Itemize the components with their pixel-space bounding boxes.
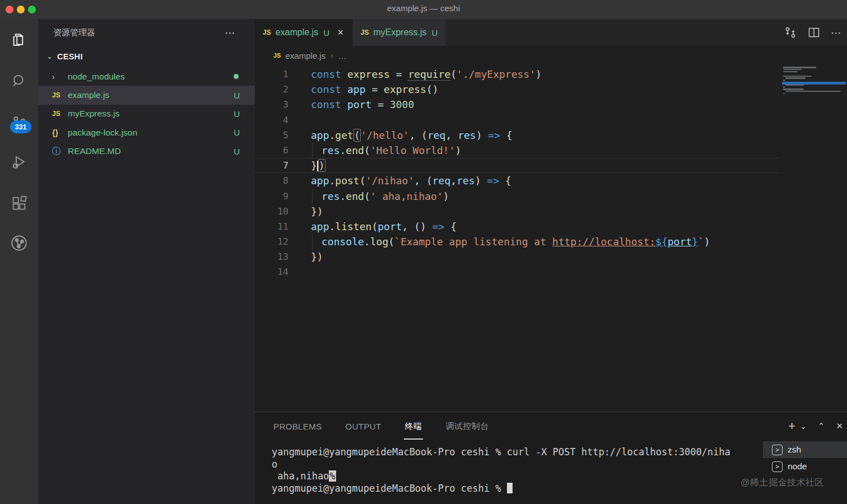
panel-tabs: PROBLEMSOUTPUT终端调试控制台 bbox=[273, 412, 488, 440]
code-lines: 1const express = require('./myExpress')2… bbox=[255, 67, 847, 280]
source-control-badge: 331 bbox=[10, 120, 31, 133]
modified-badge: U bbox=[432, 28, 438, 38]
panel-tab-调试控制台[interactable]: 调试控制台 bbox=[445, 421, 488, 432]
more-actions-icon[interactable]: ⋯ bbox=[831, 26, 843, 39]
sidebar-more-actions-icon[interactable]: ⋯ bbox=[225, 26, 236, 39]
js-icon: JS bbox=[263, 29, 271, 36]
minimap-line bbox=[785, 77, 806, 79]
terminal-cursor bbox=[507, 483, 513, 493]
git-status-badge: U bbox=[234, 91, 240, 100]
line-number[interactable]: 5 bbox=[255, 128, 288, 143]
line-number[interactable]: 9 bbox=[255, 189, 288, 204]
line-number[interactable]: 11 bbox=[255, 219, 288, 234]
code-line[interactable]: 12console.log(`Example app listening at … bbox=[255, 234, 779, 249]
line-number[interactable]: 4 bbox=[255, 113, 288, 128]
split-editor-icon[interactable] bbox=[807, 26, 821, 39]
close-panel-icon[interactable]: ✕ bbox=[836, 421, 843, 431]
terminal-line: yangmupei@yangmupeideMacBook-Pro ceshi %… bbox=[272, 446, 730, 459]
tab-myexpress-js[interactable]: JS myExpress.js U bbox=[353, 19, 446, 46]
minimap[interactable] bbox=[783, 67, 846, 100]
open-changes-icon[interactable] bbox=[784, 26, 797, 39]
code-line[interactable]: 6res.end('Hello World!') bbox=[255, 143, 779, 158]
line-number[interactable]: 14 bbox=[255, 264, 288, 279]
line-number[interactable]: 7 bbox=[255, 158, 288, 172]
line-number[interactable]: 8 bbox=[255, 173, 288, 188]
code-line[interactable]: 10}) bbox=[255, 204, 779, 219]
minimap-line bbox=[783, 69, 802, 71]
code-line[interactable]: 4 bbox=[255, 113, 779, 128]
file-item-myexpress-js[interactable]: JSmyExpress.jsU bbox=[38, 105, 255, 123]
line-number[interactable]: 1 bbox=[255, 67, 288, 82]
watermark: @稀土掘金技术社区 bbox=[741, 477, 824, 489]
terminal-label: node bbox=[788, 461, 807, 472]
minimap-line bbox=[783, 93, 785, 95]
breadcrumb-more[interactable]: … bbox=[338, 51, 347, 60]
code-editor[interactable]: 1const express = require('./myExpress')2… bbox=[255, 65, 847, 412]
chevron-right-icon: › bbox=[331, 51, 333, 60]
json-icon: {} bbox=[52, 128, 67, 137]
maximize-panel-icon[interactable]: ⌃ bbox=[818, 421, 825, 431]
code-line[interactable]: 13}) bbox=[255, 249, 779, 264]
new-terminal-icon[interactable]: + bbox=[788, 419, 795, 433]
minimap-line bbox=[783, 86, 785, 88]
reverse-video-percent: % bbox=[329, 470, 336, 482]
line-number[interactable]: 2 bbox=[255, 82, 288, 97]
panel-tab-终端[interactable]: 终端 bbox=[405, 421, 422, 432]
line-number[interactable]: 10 bbox=[255, 204, 288, 219]
line-number[interactable]: 6 bbox=[255, 143, 288, 158]
code-line[interactable]: 14 bbox=[255, 264, 779, 279]
search-icon[interactable] bbox=[0, 67, 38, 96]
terminal-line: yangmupei@yangmupeideMacBook-Pro ceshi % bbox=[272, 483, 730, 495]
folder-name: CESHI bbox=[57, 52, 83, 61]
code-line[interactable]: 7}) bbox=[255, 158, 779, 173]
file-item-readme-md[interactable]: ⓘREADME.MDU bbox=[38, 142, 255, 161]
run-debug-icon[interactable] bbox=[0, 148, 38, 177]
line-number[interactable]: 12 bbox=[255, 234, 288, 249]
terminal-label: zsh bbox=[788, 445, 801, 455]
folder-section-header[interactable]: ⌄ CESHI bbox=[38, 47, 255, 66]
code-line[interactable]: 9res.end(' aha,nihao') bbox=[255, 189, 779, 204]
vscode-window: example.js — ceshi 331 资源管理器 ⋯ ⌄ CE bbox=[0, 0, 847, 504]
code-line[interactable]: 5app.get('/hello', (req, res) => { bbox=[255, 128, 779, 143]
tab-example-js[interactable]: JS example.js U ✕ bbox=[255, 19, 352, 46]
breadcrumb[interactable]: JS example.js › … bbox=[255, 46, 847, 65]
line-number[interactable]: 13 bbox=[255, 249, 288, 264]
terminal-icon: > bbox=[772, 445, 783, 455]
file-list: ›node_modulesJSexample.jsUJSmyExpress.js… bbox=[38, 67, 255, 161]
js-icon: JS bbox=[52, 110, 67, 118]
git-status-badge: U bbox=[234, 128, 240, 137]
bracket-match: ( bbox=[353, 129, 361, 142]
code-line[interactable]: 1const express = require('./myExpress') bbox=[255, 67, 779, 82]
line-number[interactable]: 3 bbox=[255, 97, 288, 112]
localhost-link[interactable]: http://localhost: bbox=[552, 236, 655, 248]
terminal-dropdown-icon[interactable]: ⌄ bbox=[800, 422, 807, 431]
git-graph-icon[interactable] bbox=[0, 228, 38, 258]
window-title: example.js — ceshi bbox=[0, 0, 847, 19]
minimap-line bbox=[783, 71, 798, 73]
file-item-node-modules[interactable]: ›node_modules bbox=[38, 67, 255, 86]
js-icon: JS bbox=[361, 29, 369, 36]
sidebar-title: 资源管理器 bbox=[53, 27, 95, 38]
breadcrumb-file[interactable]: example.js bbox=[285, 51, 325, 60]
panel-tab-problems[interactable]: PROBLEMS bbox=[273, 422, 322, 431]
close-icon[interactable]: ✕ bbox=[337, 28, 344, 37]
file-name: package-lock.json bbox=[68, 128, 137, 138]
explorer-icon[interactable] bbox=[0, 25, 38, 54]
terminal-output[interactable]: yangmupei@yangmupeideMacBook-Pro ceshi %… bbox=[272, 446, 730, 494]
code-line[interactable]: 2const app = express() bbox=[255, 82, 779, 97]
code-line[interactable]: 8app.post('/nihao', (req,res) => { bbox=[255, 173, 779, 188]
code-line[interactable]: 11app.listen(port, () => { bbox=[255, 219, 779, 234]
terminal-line: aha,nihao% bbox=[272, 470, 730, 483]
chevron-down-icon: ⌄ bbox=[46, 52, 53, 60]
code-line[interactable]: 3const port = 3000 bbox=[255, 97, 779, 112]
terminal-list-item-node[interactable]: >node bbox=[763, 458, 847, 475]
terminal-list-item-zsh[interactable]: >zsh bbox=[763, 441, 847, 458]
file-item-example-js[interactable]: JSexample.jsU bbox=[38, 86, 255, 104]
minimap-line bbox=[783, 88, 804, 90]
file-name: README.MD bbox=[68, 146, 121, 156]
extensions-icon[interactable] bbox=[0, 188, 38, 217]
panel-tab-output[interactable]: OUTPUT bbox=[346, 422, 381, 431]
minimap-highlight bbox=[782, 82, 846, 85]
js-icon: JS bbox=[52, 91, 67, 99]
file-item-package-lock-json[interactable]: {}package-lock.jsonU bbox=[38, 123, 255, 142]
